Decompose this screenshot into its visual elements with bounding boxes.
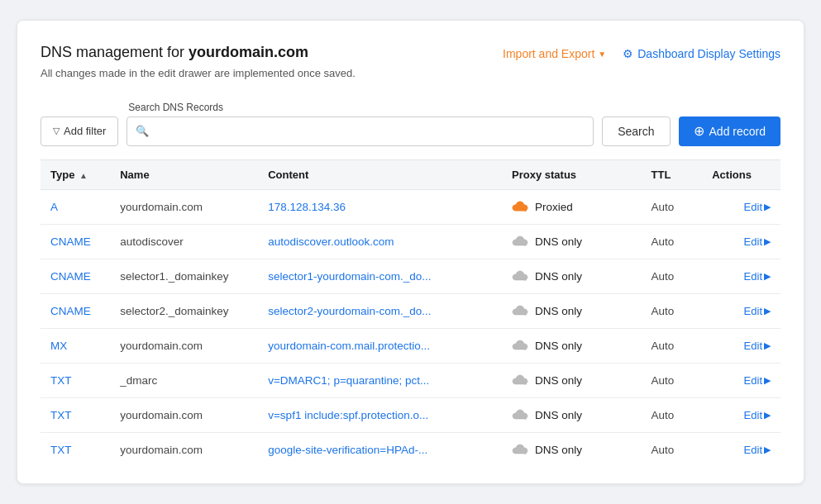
sort-arrow-icon: ▲	[79, 171, 88, 180]
edit-arrow-icon: ▶	[764, 306, 771, 316]
filter-icon: ▽	[53, 126, 60, 136]
cloud-dns-icon	[512, 304, 530, 318]
cell-proxy-status: DNS only	[502, 293, 641, 328]
cell-proxy-status: DNS only	[502, 363, 641, 397]
import-export-button[interactable]: Import and Export ▼	[503, 47, 606, 60]
col-content: Content	[258, 159, 502, 189]
cell-actions: Edit ▶	[702, 259, 780, 293]
cloud-dns-icon	[512, 408, 530, 422]
search-section: Search DNS Records 🔍	[126, 102, 594, 146]
cell-type: TXT	[41, 363, 110, 397]
table-row: CNAME autodiscover autodiscover.outlook.…	[41, 224, 780, 259]
proxy-label: DNS only	[535, 235, 582, 248]
header-left: DNS management for yourdomain.com All ch…	[41, 44, 356, 81]
edit-arrow-icon: ▶	[764, 236, 771, 247]
edit-arrow-icon: ▶	[764, 375, 771, 386]
cell-actions: Edit ▶	[702, 397, 780, 432]
table-row: CNAME selector2._domainkey selector2-you…	[41, 293, 780, 328]
cell-proxy-status: DNS only	[502, 328, 641, 363]
cell-proxy-status: DNS only	[502, 397, 641, 432]
cell-content: yourdomain-com.mail.protectio...	[258, 328, 502, 363]
table-row: TXT _dmarc v=DMARC1; p=quarantine; pct..…	[41, 363, 780, 397]
search-label: Search DNS Records	[126, 102, 594, 113]
proxy-label: DNS only	[535, 444, 582, 456]
cell-name: yourdomain.com	[110, 189, 258, 224]
cell-proxy-status: DNS only	[502, 224, 641, 259]
proxy-label: DNS only	[535, 409, 582, 421]
cell-proxy-status: DNS only	[502, 432, 641, 467]
edit-arrow-icon: ▶	[764, 271, 771, 282]
cell-actions: Edit ▶	[702, 432, 780, 467]
cell-type: CNAME	[41, 293, 110, 328]
cell-actions: Edit ▶	[702, 293, 780, 328]
dns-management-card: DNS management for yourdomain.com All ch…	[17, 20, 804, 483]
cell-ttl: Auto	[642, 189, 703, 224]
edit-button[interactable]: Edit ▶	[712, 305, 771, 317]
cell-actions: Edit ▶	[702, 363, 780, 397]
dashboard-settings-button[interactable]: ⚙ Dashboard Display Settings	[623, 47, 780, 60]
header-right: Import and Export ▼ ⚙ Dashboard Display …	[503, 44, 780, 60]
edit-button[interactable]: Edit ▶	[712, 374, 771, 387]
chevron-down-icon: ▼	[598, 50, 606, 59]
proxy-label: Proxied	[535, 201, 573, 213]
col-ttl: TTL	[642, 159, 703, 189]
cell-actions: Edit ▶	[702, 224, 780, 259]
cell-ttl: Auto	[642, 293, 703, 328]
edit-button[interactable]: Edit ▶	[712, 270, 771, 283]
edit-button[interactable]: Edit ▶	[712, 201, 771, 213]
col-proxy-status: Proxy status	[502, 159, 641, 189]
cell-proxy-status: DNS only	[502, 259, 641, 293]
cell-name: autodiscover	[110, 224, 258, 259]
search-icon: 🔍	[136, 125, 149, 137]
cell-name: yourdomain.com	[110, 328, 258, 363]
add-record-button[interactable]: ⊕ Add record	[679, 116, 780, 146]
search-button[interactable]: Search	[602, 116, 670, 146]
edit-button[interactable]: Edit ▶	[712, 235, 771, 248]
edit-arrow-icon: ▶	[764, 410, 771, 421]
table-row: A yourdomain.com 178.128.134.36 Proxied …	[41, 189, 780, 224]
cell-ttl: Auto	[642, 328, 703, 363]
cloud-dns-icon	[512, 235, 530, 249]
cell-content: 178.128.134.36	[258, 189, 502, 224]
edit-button[interactable]: Edit ▶	[712, 444, 771, 456]
cell-content: selector2-yourdomain-com._do...	[258, 293, 502, 328]
table-row: TXT yourdomain.com v=spf1 include:spf.pr…	[41, 397, 780, 432]
cell-ttl: Auto	[642, 432, 703, 467]
cell-content: v=DMARC1; p=quarantine; pct...	[258, 363, 502, 397]
cloud-dns-icon	[512, 339, 530, 353]
cloud-dns-icon	[512, 443, 530, 457]
cell-type: CNAME	[41, 224, 110, 259]
page-subtitle: All changes made in the edit drawer are …	[41, 66, 356, 81]
edit-arrow-icon: ▶	[764, 202, 771, 212]
search-input[interactable]	[154, 125, 585, 138]
table-row: CNAME selector1._domainkey selector1-you…	[41, 259, 780, 293]
cell-ttl: Auto	[642, 363, 703, 397]
page-title: DNS management for yourdomain.com	[41, 44, 356, 61]
col-actions: Actions	[702, 159, 780, 189]
table-header-row: Type ▲ Name Content Proxy status TTL Act…	[41, 159, 780, 189]
cell-actions: Edit ▶	[702, 328, 780, 363]
table-row: MX yourdomain.com yourdomain-com.mail.pr…	[41, 328, 780, 363]
cell-name: selector1._domainkey	[110, 259, 258, 293]
proxy-label: DNS only	[535, 374, 582, 387]
table-row: TXT yourdomain.com google-site-verificat…	[41, 432, 780, 467]
col-type[interactable]: Type ▲	[41, 159, 110, 189]
edit-button[interactable]: Edit ▶	[712, 340, 771, 352]
cloud-dns-icon	[512, 269, 530, 283]
cell-type: TXT	[41, 397, 110, 432]
cell-content: v=spf1 include:spf.protection.o...	[258, 397, 502, 432]
cell-proxy-status: Proxied	[502, 189, 641, 224]
cell-ttl: Auto	[642, 397, 703, 432]
toolbar: ▽ Add filter Search DNS Records 🔍 Search…	[41, 102, 780, 146]
cell-content: autodiscover.outlook.com	[258, 224, 502, 259]
plus-icon: ⊕	[694, 123, 704, 139]
cell-content: selector1-yourdomain-com._do...	[258, 259, 502, 293]
add-filter-button[interactable]: ▽ Add filter	[41, 116, 118, 146]
cell-content: google-site-verification=HPAd-...	[258, 432, 502, 467]
cloud-dns-icon	[512, 373, 530, 388]
col-name: Name	[110, 159, 258, 189]
cell-ttl: Auto	[642, 259, 703, 293]
proxy-label: DNS only	[535, 305, 582, 317]
edit-button[interactable]: Edit ▶	[712, 409, 771, 421]
proxy-label: DNS only	[535, 270, 582, 283]
